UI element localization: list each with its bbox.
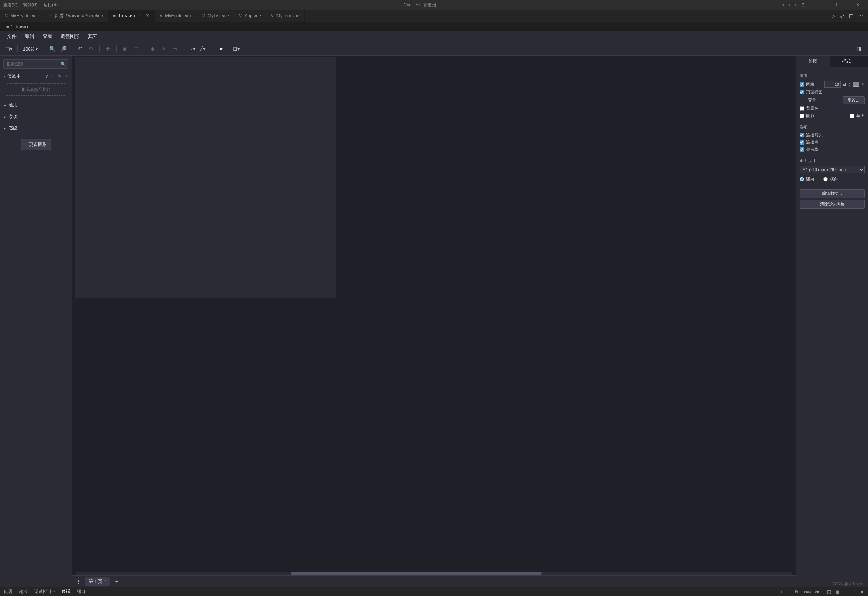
category-advanced[interactable]: ▸ 高级: [0, 123, 72, 134]
compare-icon[interactable]: ⇄: [840, 13, 844, 19]
page-menu-icon[interactable]: ⋮: [74, 577, 83, 586]
scrollbar-thumb[interactable]: [291, 572, 541, 575]
bgcolor-checkbox[interactable]: [800, 106, 804, 111]
table-icon[interactable]: ⊞▾: [232, 44, 241, 54]
run-icon[interactable]: ▷: [831, 13, 836, 19]
tab-extension[interactable]: ≡ 扩展: Draw.io Integration: [44, 10, 108, 22]
more-icon[interactable]: ⋯: [844, 590, 849, 594]
scratchpad-header[interactable]: ▾ 便笺本 ? + ✎ ✕: [0, 71, 72, 81]
shadow-icon[interactable]: ▭: [170, 44, 180, 54]
breadcrumb-file[interactable]: 1.drawio: [11, 24, 28, 29]
tab-ports[interactable]: 端口: [77, 589, 85, 595]
close-window-button[interactable]: ✕: [851, 0, 865, 10]
points-checkbox[interactable]: [800, 140, 804, 145]
search-input[interactable]: [3, 59, 68, 69]
search-icon[interactable]: 🔍: [61, 62, 66, 67]
waypoint-icon[interactable]: ╱▾: [198, 44, 207, 54]
menu-goto[interactable]: 转到(G): [24, 2, 37, 8]
clear-style-button[interactable]: 清除默认风格: [800, 200, 865, 209]
tab-debug[interactable]: 调试控制台: [34, 589, 55, 595]
fill-color-icon[interactable]: ◆: [148, 44, 158, 54]
minimize-button[interactable]: ─: [811, 0, 825, 10]
tab-output[interactable]: 输出: [19, 589, 28, 595]
terminal-dropdown-icon[interactable]: ˅: [788, 590, 790, 594]
more-icon[interactable]: ⋯: [858, 13, 863, 19]
grid-stepper[interactable]: ▲▼: [848, 82, 850, 87]
split-icon[interactable]: ◫: [849, 13, 853, 19]
grid-size-input[interactable]: [824, 81, 841, 88]
new-terminal-icon[interactable]: +: [781, 590, 783, 594]
zoom-in-icon[interactable]: 🔍: [47, 44, 57, 54]
category-misc[interactable]: ▸ 杂项: [0, 111, 72, 123]
close-icon[interactable]: ✕: [145, 13, 150, 19]
view-dropdown[interactable]: ▢▾: [4, 44, 14, 54]
layout-icon-3[interactable]: ▫: [795, 2, 796, 7]
delete-icon[interactable]: 🗑: [103, 44, 113, 54]
close-icon[interactable]: ✕: [65, 74, 68, 79]
edit-data-button[interactable]: 编辑数据...: [800, 189, 865, 198]
maximize-button[interactable]: ☐: [831, 0, 844, 10]
menu-view[interactable]: 查看(V): [3, 2, 17, 8]
insert-icon[interactable]: +▾: [215, 44, 224, 54]
horizontal-scrollbar[interactable]: [76, 572, 792, 575]
category-general[interactable]: ▸ 通用: [0, 99, 72, 111]
tab-myfooter[interactable]: V MyFooter.vue: [155, 10, 198, 22]
tab-myitem[interactable]: V MyItem.vue: [266, 10, 305, 22]
menu-run[interactable]: 运行(R): [44, 2, 58, 8]
undo-icon[interactable]: ↶: [75, 44, 85, 54]
powershell-icon[interactable]: ⧉: [795, 590, 798, 594]
layout-icon-1[interactable]: ▫: [782, 2, 784, 7]
menu-view[interactable]: 查看: [43, 33, 52, 40]
terminal-label[interactable]: powershell: [803, 590, 822, 594]
canvas-viewport[interactable]: [72, 56, 796, 572]
sketch-checkbox[interactable]: [850, 114, 854, 118]
format-panel-icon[interactable]: ◨: [854, 44, 864, 54]
pageview-checkbox[interactable]: [800, 90, 804, 94]
grid-color-swatch[interactable]: [853, 82, 859, 87]
pagesize-select[interactable]: A4 (210 mm x 297 mm): [800, 166, 865, 173]
menu-edit[interactable]: 编辑: [25, 33, 34, 40]
connection-icon[interactable]: →▾: [187, 44, 196, 54]
tab-style[interactable]: 样式: [830, 56, 864, 67]
tab-myheader[interactable]: V MyHeader.vue: [0, 10, 44, 22]
line-color-icon[interactable]: ✎: [159, 44, 168, 54]
tab-terminal[interactable]: 终端: [62, 589, 70, 595]
portrait-radio[interactable]: [800, 177, 804, 181]
arrows-checkbox[interactable]: [800, 133, 804, 137]
menu-extras[interactable]: 其它: [88, 33, 97, 40]
add-icon[interactable]: +: [51, 74, 54, 79]
trash-icon[interactable]: 🗑: [836, 590, 840, 594]
canvas-page[interactable]: [75, 57, 337, 298]
to-back-icon[interactable]: ▢: [131, 44, 141, 54]
scratchpad-dropzone[interactable]: 把元素拖至此处: [5, 83, 67, 96]
zoom-level[interactable]: 100% ▾: [21, 46, 40, 52]
add-page-button[interactable]: +: [112, 577, 121, 586]
help-icon[interactable]: ?: [46, 74, 48, 79]
zoom-out-icon[interactable]: 🔎: [59, 44, 68, 54]
tab-problems[interactable]: 问题: [4, 589, 12, 595]
to-front-icon[interactable]: ▣: [120, 44, 130, 54]
layout-grid-icon[interactable]: ⊞: [801, 2, 805, 7]
tab-mylist[interactable]: V MyList.vue: [198, 10, 234, 22]
close-panel-icon[interactable]: ✕: [861, 590, 864, 594]
panel-collapse-icon[interactable]: ›: [863, 56, 868, 67]
tab-app[interactable]: V App.vue: [234, 10, 266, 22]
redo-icon[interactable]: ↷: [86, 44, 96, 54]
more-shapes-button[interactable]: + 更多图形: [21, 139, 52, 150]
pencil-icon[interactable]: ✎: [862, 82, 865, 87]
change-bg-button[interactable]: 更改...: [843, 96, 865, 104]
layout-icon-2[interactable]: ▫: [788, 2, 790, 7]
tab-diagram[interactable]: 绘图: [796, 56, 830, 67]
edit-icon[interactable]: ✎: [58, 74, 61, 79]
split-terminal-icon[interactable]: ◫: [827, 590, 831, 594]
menu-arrange[interactable]: 调整图形: [61, 33, 80, 40]
landscape-radio[interactable]: [823, 177, 828, 181]
tab-drawio-active[interactable]: ≡ 1.drawio U ✕: [108, 10, 155, 22]
page-tab-1[interactable]: 第 1 页 ˄: [85, 577, 110, 586]
fullscreen-icon[interactable]: ⛶: [842, 44, 852, 54]
guides-checkbox[interactable]: [800, 147, 804, 152]
shadow-checkbox[interactable]: [800, 114, 804, 118]
maximize-panel-icon[interactable]: ˄: [853, 590, 856, 594]
menu-file[interactable]: 文件: [7, 33, 16, 40]
grid-checkbox[interactable]: [800, 82, 804, 87]
